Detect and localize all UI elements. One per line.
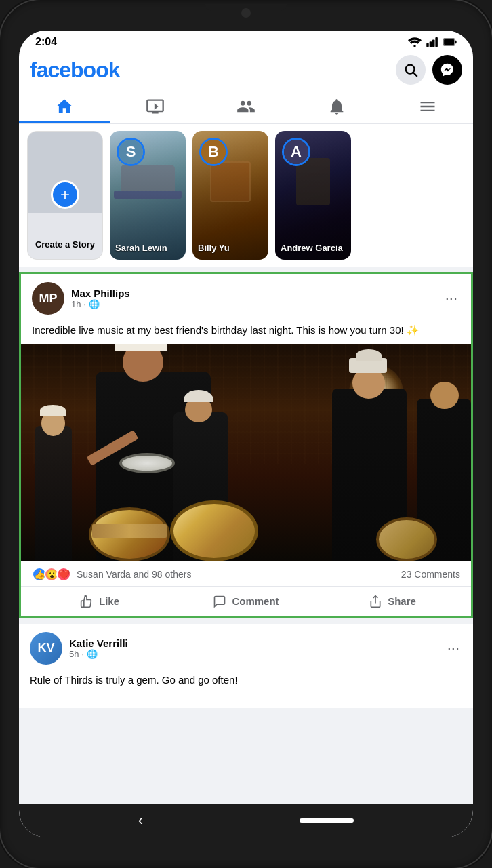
post-more-button-1[interactable]: ··· bbox=[443, 287, 460, 310]
post-header-1: MP Max Phillips 1h · 🌐 ··· bbox=[21, 274, 471, 320]
drum-1 bbox=[89, 494, 177, 561]
snare-drum bbox=[119, 449, 180, 473]
story-name-andrew: Andrew Garcia bbox=[281, 243, 346, 253]
svg-rect-3 bbox=[432, 40, 435, 47]
post-author-2: Katie Verrilli bbox=[69, 637, 128, 649]
comment-button-1[interactable]: Comment bbox=[173, 589, 319, 614]
svg-point-0 bbox=[413, 45, 415, 47]
story-avatar-billy: B bbox=[199, 138, 228, 166]
reaction-emojis-1: 👍 😮 ❤️ Susan Varda and 98 others bbox=[32, 567, 191, 582]
wifi-icon bbox=[408, 37, 422, 47]
post-time-2: 5h · 🌐 bbox=[69, 649, 128, 659]
post-text-1: Incredible live music at my best friend'… bbox=[21, 320, 471, 344]
heart-emoji: ❤️ bbox=[56, 567, 71, 582]
back-button[interactable]: ‹ bbox=[138, 812, 143, 829]
privacy-icon-2: 🌐 bbox=[87, 649, 98, 659]
post-header-2: KV Katie Verrilli 5h · 🌐 ··· bbox=[19, 624, 473, 670]
comment-icon bbox=[213, 595, 226, 608]
nav-groups[interactable] bbox=[201, 90, 291, 123]
reactions-row-1: 👍 😮 ❤️ Susan Varda and 98 others 23 Comm… bbox=[21, 561, 471, 587]
story-andrew[interactable]: A Andrew Garcia bbox=[275, 131, 351, 260]
story-sarah[interactable]: S Sarah Lewin bbox=[110, 131, 186, 260]
like-label: Like bbox=[99, 595, 119, 607]
story-avatar-andrew: A bbox=[282, 138, 310, 166]
create-story-card[interactable]: + Create a Story bbox=[27, 131, 103, 260]
nav-watch[interactable] bbox=[110, 90, 201, 123]
phone-shell: 2:04 bbox=[0, 0, 492, 868]
header-icons bbox=[396, 55, 462, 85]
create-story-top: + bbox=[28, 132, 102, 213]
facebook-logo: facebook bbox=[30, 58, 119, 83]
nav-notifications[interactable] bbox=[291, 90, 382, 123]
post-katie-verrilli: KV Katie Verrilli 5h · 🌐 ··· R bbox=[19, 624, 473, 708]
post-more-button-2[interactable]: ··· bbox=[445, 637, 462, 660]
svg-rect-2 bbox=[430, 41, 432, 47]
plus-icon: + bbox=[60, 185, 70, 204]
home-pill[interactable] bbox=[300, 818, 354, 823]
post-avatar-max: MP bbox=[32, 282, 64, 315]
share-button-1[interactable]: Share bbox=[319, 589, 466, 614]
post-author-1: Max Phillips bbox=[71, 288, 130, 299]
svg-rect-7 bbox=[444, 39, 454, 45]
post-avatar-katie: KV bbox=[30, 632, 62, 665]
svg-rect-6 bbox=[455, 41, 457, 43]
post-image-1 bbox=[21, 344, 471, 561]
status-bar: 2:04 bbox=[19, 31, 473, 51]
camera-dot bbox=[241, 8, 251, 18]
drum-2 bbox=[170, 487, 265, 561]
post-meta-2: Katie Verrilli 5h · 🌐 bbox=[69, 637, 128, 659]
post-max-phillips: MP Max Phillips 1h · 🌐 ··· In bbox=[19, 272, 473, 618]
status-time: 2:04 bbox=[35, 36, 57, 48]
comment-label: Comment bbox=[232, 595, 279, 607]
story-avatar-sarah: S bbox=[117, 138, 145, 166]
search-button[interactable] bbox=[396, 55, 426, 85]
figure-1 bbox=[28, 412, 82, 561]
nav-home[interactable] bbox=[19, 90, 110, 123]
feed: MP Max Phillips 1h · 🌐 ··· In bbox=[19, 272, 473, 804]
signal-icon bbox=[426, 37, 439, 47]
nav-bar bbox=[19, 90, 473, 124]
nav-menu[interactable] bbox=[382, 90, 473, 123]
reaction-text-1: Susan Varda and 98 others bbox=[77, 569, 191, 580]
comments-count-1: 23 Comments bbox=[401, 569, 460, 580]
share-label: Share bbox=[388, 595, 416, 607]
svg-rect-4 bbox=[435, 37, 438, 47]
svg-rect-1 bbox=[426, 43, 429, 47]
dot-separator: · bbox=[83, 299, 86, 309]
stories-section: + Create a Story S bbox=[19, 124, 473, 267]
battery-icon bbox=[443, 37, 457, 47]
share-icon bbox=[369, 595, 382, 608]
drum-3 bbox=[376, 507, 444, 561]
fb-header: facebook bbox=[19, 51, 473, 90]
privacy-icon-1: 🌐 bbox=[89, 299, 100, 309]
messenger-button[interactable] bbox=[432, 55, 462, 85]
emoji-stack-1: 👍 😮 ❤️ bbox=[32, 567, 71, 582]
post-time-1: 1h · 🌐 bbox=[71, 299, 130, 309]
status-icons bbox=[408, 37, 457, 47]
post-header-left-2: KV Katie Verrilli 5h · 🌐 bbox=[30, 632, 128, 665]
post-actions-1: Like Comment Share bbox=[21, 587, 471, 616]
create-plus-button: + bbox=[51, 180, 79, 209]
post-header-left-1: MP Max Phillips 1h · 🌐 bbox=[32, 282, 130, 315]
like-icon bbox=[80, 595, 94, 608]
create-story-label: Create a Story bbox=[30, 239, 100, 250]
dot-separator-2: · bbox=[81, 649, 84, 659]
story-billy[interactable]: B Billy Yu bbox=[192, 131, 268, 260]
story-name-sarah: Sarah Lewin bbox=[115, 243, 180, 253]
band-scene bbox=[21, 344, 471, 561]
like-button-1[interactable]: Like bbox=[26, 589, 173, 614]
post-meta-1: Max Phillips 1h · 🌐 bbox=[71, 288, 130, 309]
post-text-2: Rule of Thirds is truly a gem. Go and go… bbox=[19, 670, 473, 694]
screen: 2:04 bbox=[19, 31, 473, 837]
story-name-billy: Billy Yu bbox=[198, 243, 263, 253]
svg-line-9 bbox=[413, 73, 417, 76]
bottom-bar: ‹ bbox=[19, 804, 473, 837]
